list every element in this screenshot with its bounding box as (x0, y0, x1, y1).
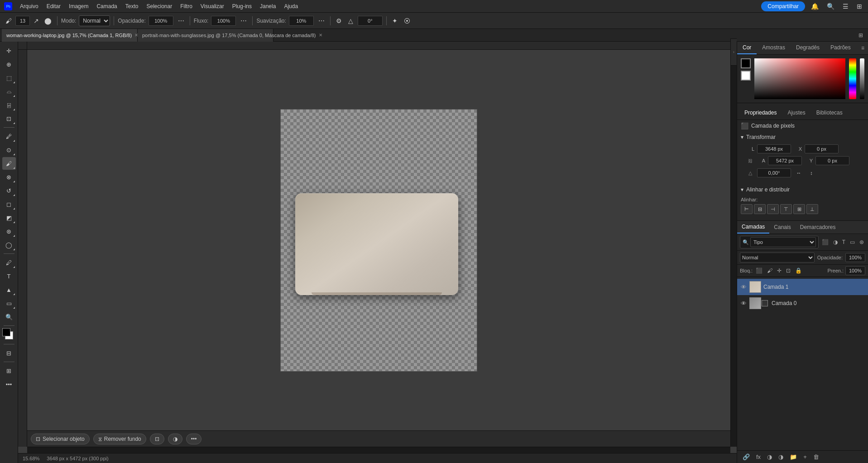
flow-options-icon[interactable]: ⋯ (239, 16, 249, 26)
add-layer-style-icon[interactable]: fx (754, 453, 762, 461)
canvas-container[interactable]: ⊡ Selecionar objeto ⧖ Remover fundo ⊡ ◑ … (18, 42, 737, 453)
search-icon[interactable]: 🔍 (825, 2, 837, 11)
workspace-icon[interactable]: ☰ (840, 2, 851, 11)
layer-link-icon[interactable]: 🔗 (741, 453, 752, 461)
tab-canais[interactable]: Canais (769, 221, 795, 233)
layer-filter-adjust-icon[interactable]: ◑ (832, 238, 839, 246)
menu-plugins[interactable]: Plug-ins (229, 2, 255, 11)
transform-section-header[interactable]: ▾ Transformar (737, 132, 868, 143)
menu-imagem[interactable]: Imagem (65, 2, 92, 11)
pressure-icon[interactable]: ✦ (390, 16, 399, 26)
menu-arquivo[interactable]: Arquivo (16, 2, 42, 11)
layers-type-filter[interactable]: Tipo (750, 237, 816, 247)
select-object-button[interactable]: ⊡ Selecionar objeto (31, 434, 90, 444)
flip-v-icon[interactable]: ↕ (806, 168, 816, 178)
type-tool[interactable]: T (2, 270, 16, 282)
layer-filter-type-icon[interactable]: T (841, 238, 847, 246)
tab-portrait-man[interactable]: portrait-man-with-sunglasses.jpg @ 17,5%… (138, 29, 273, 42)
layer-visibility-toggle-0[interactable]: 👁 (740, 300, 747, 307)
eraser-tool[interactable]: ◻ (2, 198, 16, 210)
color-gradient-picker[interactable] (754, 58, 845, 99)
scrollbar-vertical[interactable] (730, 50, 737, 447)
new-layer-icon[interactable]: + (801, 453, 809, 461)
panel-collapse-button[interactable]: › (730, 42, 737, 66)
color-panel-menu-icon[interactable]: ≡ (860, 44, 865, 52)
mask-button[interactable]: ◑ (168, 434, 182, 444)
layer-item-camada1[interactable]: 👁 Camada 1 (737, 279, 868, 295)
hue-slider[interactable] (849, 58, 856, 99)
layer-visibility-toggle-1[interactable]: 👁 (740, 283, 747, 291)
pen-tool[interactable]: 🖊 (2, 256, 16, 269)
tab-degrades[interactable]: Degradês (791, 42, 825, 54)
background-color-box[interactable] (741, 71, 751, 81)
brush-tool[interactable]: 🖌 (2, 157, 16, 170)
lasso-tool[interactable]: ⌓ (2, 85, 16, 98)
menu-visualizar[interactable]: Visualizar (197, 2, 228, 11)
menu-janela[interactable]: Janela (256, 2, 279, 11)
brush-preset-icon[interactable]: 🖌 (4, 16, 14, 26)
crop-canvas-button[interactable]: ⊡ (150, 434, 164, 444)
alpha-slider[interactable] (860, 58, 864, 99)
delete-layer-icon[interactable]: 🗑 (811, 453, 821, 461)
crop-tool[interactable]: ⊡ (2, 112, 16, 125)
mode-select[interactable]: Normal (79, 15, 110, 26)
move-tool[interactable]: ✛ (2, 44, 16, 57)
align-right-button[interactable]: ⊣ (767, 204, 779, 214)
layer-blend-mode-select[interactable]: Normal (740, 253, 815, 263)
align-center-v-button[interactable]: ⊞ (793, 204, 805, 214)
layer-opacity-input[interactable] (845, 253, 865, 262)
screen-mode-toggle[interactable]: ⊞ (2, 364, 16, 377)
lock-all-icon[interactable]: 🔒 (794, 267, 803, 275)
flow-input[interactable] (211, 16, 236, 26)
share-button[interactable]: Compartilhar (761, 1, 805, 11)
add-mask-icon[interactable]: ◑ (765, 453, 774, 461)
layer-fill-input[interactable] (845, 266, 865, 275)
menu-ajuda[interactable]: Ajuda (280, 2, 302, 11)
menu-camada[interactable]: Camada (93, 2, 120, 11)
layer-filter-smart-icon[interactable]: ⊛ (858, 238, 865, 246)
tab-bibliotecas[interactable]: Bibliotecas (813, 108, 846, 118)
y-pos-input[interactable] (815, 156, 849, 165)
menu-selecionar[interactable]: Selecionar (143, 2, 176, 11)
arrange-documents-icon[interactable]: ⊞ (856, 31, 865, 39)
opacity-input[interactable] (149, 16, 173, 26)
menu-texto[interactable]: Texto (122, 2, 142, 11)
lock-artboard-icon[interactable]: ⊡ (785, 267, 792, 275)
additional-settings-icon[interactable]: ⚙ (334, 16, 344, 26)
eyedropper-tool[interactable]: 🖉 (2, 130, 16, 143)
align-section-header[interactable]: ▾ Alinhar e distribuir (737, 184, 868, 195)
align-left-button[interactable]: ⊢ (741, 204, 753, 214)
tab-padroes[interactable]: Padrões (825, 42, 856, 54)
opacity-options-icon[interactable]: ⋯ (176, 16, 186, 26)
spot-heal-tool[interactable]: ⊙ (2, 143, 16, 156)
menu-editar[interactable]: Editar (43, 2, 64, 11)
brush-angle-icon[interactable]: ↗ (32, 16, 41, 26)
angle-transform-input[interactable] (757, 168, 791, 177)
more-tools[interactable]: ••• (2, 378, 16, 391)
lock-pixels-icon[interactable]: ⬛ (754, 267, 764, 275)
marquee-tool[interactable]: ⬚ (2, 72, 16, 84)
layer-filter-shape-icon[interactable]: ▭ (849, 238, 856, 246)
shape-tool[interactable]: ▭ (2, 297, 16, 310)
tab-propriedades[interactable]: Propriedades (741, 108, 780, 118)
tab-demarcadores[interactable]: Demarcadores (796, 221, 840, 233)
lock-position-icon[interactable]: ✛ (776, 267, 783, 275)
align-bottom-button[interactable]: ⊥ (806, 204, 818, 214)
dodge-tool[interactable]: ◯ (2, 239, 16, 251)
align-top-button[interactable]: ⊤ (780, 204, 792, 214)
smoothing-input[interactable] (289, 16, 314, 26)
tab-close-2[interactable]: ✕ (319, 33, 322, 38)
new-fill-layer-icon[interactable]: ◑ (777, 453, 785, 461)
width-input[interactable] (757, 144, 791, 153)
layer-item-camada0[interactable]: 👁 Camada 0 (737, 295, 868, 311)
angle-input[interactable] (358, 16, 383, 26)
tab-cor[interactable]: Cor (737, 42, 757, 54)
brush-hardness-icon[interactable]: ⬤ (43, 16, 53, 26)
artboard-tool[interactable]: ⊕ (2, 58, 16, 71)
tab-camadas[interactable]: Camadas (737, 221, 769, 234)
tab-woman-working[interactable]: woman-working-laptop.jpg @ 15,7% (Camada… (2, 29, 138, 42)
brush-size-input[interactable] (15, 16, 30, 26)
align-center-h-button[interactable]: ⊟ (754, 204, 766, 214)
more-canvas-options[interactable]: ••• (186, 434, 202, 444)
x-pos-input[interactable] (805, 144, 839, 153)
